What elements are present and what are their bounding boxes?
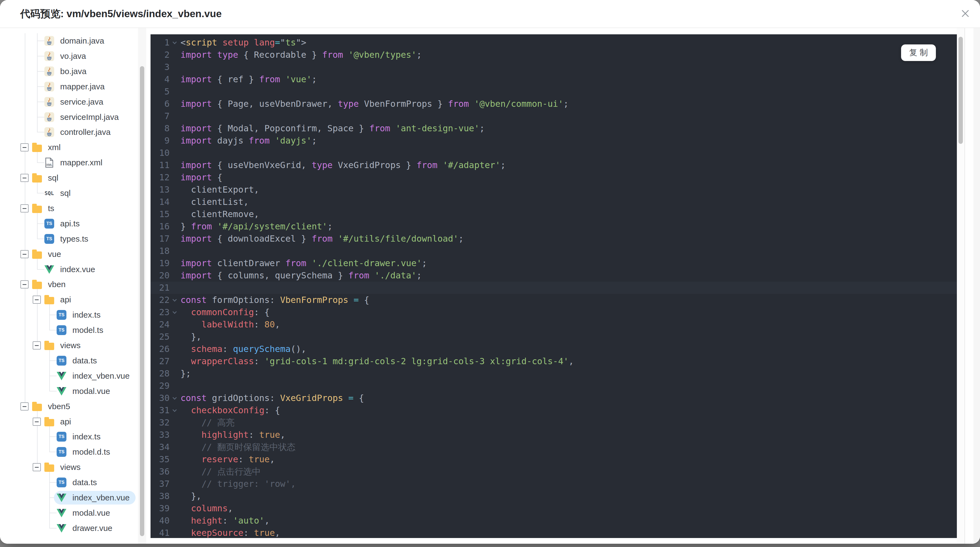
tree-row[interactable]: controller.java (0, 124, 138, 140)
tree-item[interactable]: vo.java (41, 49, 92, 63)
tree-row[interactable]: SQLsql (0, 185, 138, 201)
tree-item[interactable]: ts (29, 202, 60, 215)
fold-chevron-down-icon[interactable] (170, 404, 180, 416)
tree-item[interactable]: SQLsql (41, 186, 76, 200)
tree-row[interactable]: vo.java (0, 48, 138, 64)
collapse-minus-box[interactable] (21, 402, 29, 410)
tree-item[interactable]: TSdata.ts (54, 476, 103, 489)
tree-row[interactable]: TSmodel.d.ts (0, 444, 138, 459)
tree-item[interactable]: views (41, 339, 87, 352)
fold-chevron-down-icon[interactable] (170, 392, 180, 404)
tree-row[interactable]: TSdata.ts (0, 353, 138, 368)
tree-item[interactable]: index_vben.vue (54, 369, 135, 383)
tree-item[interactable]: xml (29, 140, 67, 154)
tree-item[interactable]: controller.java (41, 125, 116, 139)
tree-item[interactable]: vue (29, 247, 67, 261)
tree-item[interactable]: sql (29, 171, 64, 185)
tree-row[interactable]: views (0, 459, 138, 475)
collapse-minus-box[interactable] (33, 295, 41, 304)
tree-item[interactable]: api (41, 293, 77, 306)
tree-row[interactable]: xml (0, 140, 138, 155)
tree-row[interactable]: vben5 (0, 399, 138, 414)
line-number: 17 (151, 233, 170, 245)
tree-row[interactable]: service.java (0, 94, 138, 110)
tree-item[interactable]: vben (29, 277, 72, 291)
tree-row[interactable]: XMLmapper.xml (0, 155, 138, 170)
tree-row[interactable]: serviceImpl.java (0, 110, 138, 125)
tree-item[interactable]: TSapi.ts (41, 217, 86, 230)
tree-row[interactable]: TSindex.ts (0, 429, 138, 444)
tree-row[interactable]: index.vue (0, 262, 138, 277)
tree-row[interactable]: api (0, 292, 138, 307)
tree-row[interactable]: domain.java (0, 33, 138, 48)
tree-item[interactable]: vben5 (29, 400, 76, 413)
tree-row[interactable]: TSdata.ts (0, 475, 138, 490)
tree-item[interactable]: TSdata.ts (54, 354, 103, 367)
sidebar-scrollbar-thumb[interactable] (140, 66, 144, 536)
tree-item[interactable]: modal.vue (54, 384, 116, 398)
tree-row[interactable]: vue (0, 247, 138, 262)
tree-row[interactable]: bo.java (0, 64, 138, 79)
tree-item[interactable]: bo.java (41, 65, 92, 78)
fold-chevron-down-icon[interactable] (170, 37, 180, 49)
tree-item[interactable]: TSindex.ts (54, 430, 107, 443)
collapse-minus-box[interactable] (21, 143, 29, 152)
code-line: 20import { columns, querySchema } from '… (151, 270, 957, 282)
collapse-minus-box[interactable] (33, 341, 41, 349)
tree-row[interactable]: TSapi.ts (0, 216, 138, 231)
tree-row[interactable]: modal.vue (0, 506, 138, 521)
collapse-minus-box[interactable] (21, 174, 29, 182)
tree-item[interactable]: TSmodel.d.ts (54, 445, 116, 459)
tree-item[interactable]: modal.vue (54, 506, 116, 520)
fold-gutter (170, 429, 180, 441)
editor-scrollbar-track[interactable] (957, 28, 964, 544)
close-button[interactable] (958, 6, 972, 21)
tree-item[interactable]: serviceImpl.java (41, 110, 125, 124)
typescript-file-icon: TS (57, 432, 67, 442)
fold-chevron-down-icon[interactable] (170, 294, 180, 306)
tree-item[interactable]: XMLmapper.xml (41, 156, 108, 169)
tree-item[interactable]: mapper.java (41, 80, 111, 93)
tree-row[interactable]: views (0, 338, 138, 353)
tree-row[interactable]: mapper.java (0, 79, 138, 94)
collapse-minus-box[interactable] (21, 204, 29, 212)
tree-item[interactable]: TStypes.ts (41, 232, 94, 246)
tree-item[interactable]: TSmodel.ts (54, 323, 109, 337)
tree-row[interactable]: TSmodel.ts (0, 322, 138, 338)
tree-row-label: vben5 (48, 402, 70, 411)
tree-row-label: ts (48, 204, 54, 213)
tree-item[interactable]: service.java (41, 95, 109, 109)
fold-gutter (170, 380, 180, 392)
tree-row[interactable]: api (0, 414, 138, 429)
page-title: 代码预览: vm/vben5/views/index_vben.vue (20, 0, 221, 27)
tree-item[interactable]: index.vue (41, 263, 101, 276)
tree-row[interactable]: modal.vue (0, 384, 138, 399)
tree-row[interactable]: TSindex.ts (0, 307, 138, 322)
code-text: schema: querySchema(), (180, 343, 306, 355)
tree-item[interactable]: TSindex.ts (54, 308, 107, 322)
code-line: 25 }, (151, 331, 957, 343)
tree-item[interactable]: views (41, 460, 87, 474)
tree-row[interactable]: vben (0, 277, 138, 292)
collapse-minus-box[interactable] (33, 463, 41, 471)
code-editor[interactable]: 1<script setup lang="ts">2import type { … (151, 34, 957, 538)
tree-row[interactable]: ts (0, 201, 138, 216)
editor-scrollbar-thumb[interactable] (958, 37, 963, 144)
tree-row[interactable]: index_vben.vue (0, 368, 138, 384)
tree-row[interactable]: index_vben.vue (0, 490, 138, 506)
fold-gutter (170, 49, 180, 61)
tree-row[interactable]: TStypes.ts (0, 231, 138, 247)
tree-item[interactable]: drawer.vue (54, 521, 118, 535)
collapse-minus-box[interactable] (21, 280, 29, 289)
collapse-minus-box[interactable] (21, 250, 29, 258)
code-text: import { ref } from 'vue'; (180, 73, 317, 86)
tree-row[interactable]: drawer.vue (0, 521, 138, 536)
copy-button[interactable]: 复 制 (901, 45, 936, 61)
tree-row[interactable]: sql (0, 170, 138, 185)
tree-item-selected[interactable]: index_vben.vue (54, 491, 135, 504)
tree-item[interactable]: api (41, 415, 77, 429)
collapse-minus-box[interactable] (33, 418, 41, 426)
sidebar-scrollbar-track[interactable] (138, 28, 146, 544)
tree-item[interactable]: domain.java (41, 34, 110, 48)
fold-chevron-down-icon[interactable] (170, 306, 180, 319)
